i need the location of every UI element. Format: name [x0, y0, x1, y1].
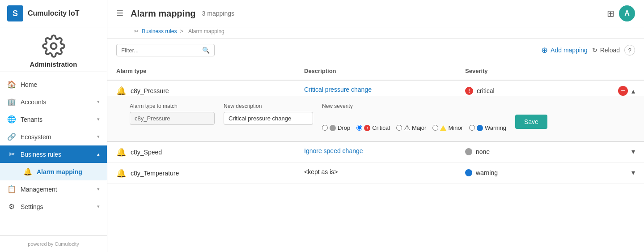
expand-button[interactable]: ▾	[631, 168, 635, 177]
table-row: 🔔 c8y_Temperature <kept as is> warning ▾	[107, 163, 644, 184]
breadcrumb-icon: ✂	[134, 28, 139, 34]
settings-icon: ⚙	[7, 202, 16, 211]
warning-dot	[477, 125, 483, 131]
severity-dot	[465, 169, 472, 176]
sidebar-item-business-rules[interactable]: ✂ Business rules ▴	[0, 145, 107, 163]
sidebar-item-label: Ecosystem	[21, 133, 93, 141]
sidebar-item-alarm-mapping[interactable]: 🔔 Alarm mapping	[0, 163, 107, 180]
mapping-count: 3 mappings	[202, 10, 234, 17]
alarm-type-value: c8y_Speed	[131, 149, 162, 156]
toolbar: 🔍 ⊕ Add mapping ↻ Reload ?	[107, 38, 644, 62]
avatar[interactable]: A	[619, 5, 635, 21]
save-button[interactable]: Save	[515, 115, 547, 129]
plus-icon: ⊕	[541, 45, 548, 55]
sidebar-item-home[interactable]: 🏠 Home	[0, 76, 107, 93]
admin-label: Administration	[30, 60, 77, 68]
description-link[interactable]: Ignore speed change	[304, 147, 363, 154]
alarm-type-match-label: Alarm type to match	[130, 103, 215, 109]
sidebar-item-label: Tenants	[21, 116, 93, 123]
alarm-type-cell: 🔔 c8y_Pressure	[107, 80, 295, 96]
management-icon: 📋	[7, 185, 16, 193]
new-severity-group: New severity Drop	[322, 103, 506, 132]
alarm-type-cell: 🔔 c8y_Temperature	[107, 163, 295, 184]
svg-point-0	[51, 43, 56, 49]
alarm-type-value: c8y_Temperature	[131, 170, 179, 177]
brand: S Cumulocity IoT	[0, 0, 107, 27]
expanded-form: Alarm type to match New description New …	[130, 103, 635, 132]
main-content: ☰ Alarm mapping 3 mappings ⊞ A ✂ Busines…	[107, 0, 644, 252]
content-area: 🔍 ⊕ Add mapping ↻ Reload ? Alarm type De…	[107, 38, 644, 252]
grid-icon[interactable]: ⊞	[607, 8, 614, 19]
col-description: Description	[295, 62, 456, 80]
sidebar-item-management[interactable]: 📋 Management ▾	[0, 180, 107, 198]
sidebar-item-label: Management	[21, 186, 93, 193]
expanded-section-row: Alarm type to match New description New …	[107, 96, 644, 142]
reload-button[interactable]: ↻ Reload	[592, 47, 620, 54]
severity-label: critical	[477, 87, 495, 94]
mapping-table: Alarm type Description Severity 🔔 c8y_Pr…	[107, 62, 644, 184]
alarm-mapping-icon: 🔔	[23, 167, 32, 176]
description-cell: Critical pressure change	[295, 80, 456, 96]
sidebar-item-settings[interactable]: ⚙ Settings ▾	[0, 198, 107, 215]
severity-option-drop[interactable]: Drop	[322, 124, 350, 131]
sidebar-item-tenants[interactable]: 🌐 Tenants ▾	[0, 111, 107, 128]
add-mapping-label: Add mapping	[551, 47, 588, 54]
search-icon: 🔍	[202, 47, 210, 54]
expand-button[interactable]: ▾	[631, 147, 635, 156]
sidebar-item-ecosystem[interactable]: 🔗 Ecosystem ▾	[0, 128, 107, 145]
col-alarm-type: Alarm type	[107, 62, 295, 80]
ecosystem-icon: 🔗	[7, 132, 16, 141]
alarm-bell-icon: 🔔	[116, 147, 126, 157]
sidebar-item-label: Accounts	[21, 98, 93, 106]
description-cell: <kept as is>	[295, 163, 456, 184]
reload-icon: ↻	[592, 47, 597, 54]
breadcrumb-current: Alarm mapping	[188, 28, 225, 34]
hamburger-icon[interactable]: ☰	[116, 9, 123, 18]
severity-cell: none ▾	[456, 142, 644, 163]
sidebar-item-label: Business rules	[21, 151, 93, 158]
critical-dot-icon: !	[364, 125, 370, 131]
alarm-bell-icon: 🔔	[116, 86, 126, 96]
collapse-button[interactable]: ▴	[631, 87, 635, 95]
alarm-type-match-input[interactable]	[130, 112, 215, 125]
new-description-group: New description	[224, 103, 313, 125]
description-link[interactable]: Critical pressure change	[304, 86, 372, 93]
brand-logo: S	[7, 5, 23, 21]
severity-radio-minor[interactable]	[432, 125, 438, 131]
expanded-section: Alarm type to match New description New …	[107, 96, 644, 141]
major-warning-icon: ⚠	[404, 124, 410, 132]
drop-dot	[330, 125, 336, 131]
new-description-input[interactable]	[224, 112, 313, 125]
chevron-down-icon: ▾	[97, 186, 100, 192]
col-severity: Severity	[456, 62, 644, 80]
severity-radio-critical[interactable]	[356, 125, 362, 131]
severity-option-warning[interactable]: Warning	[469, 124, 506, 131]
sidebar-nav: 🏠 Home 🏢 Accounts ▾ 🌐 Tenants ▾ 🔗 Ecosys…	[0, 72, 107, 235]
severity-option-minor[interactable]: Minor	[432, 124, 463, 131]
sidebar: S Cumulocity IoT Administration 🏠 Home 🏢…	[0, 0, 107, 252]
admin-section: Administration	[0, 27, 107, 72]
chevron-down-icon: ▾	[97, 99, 100, 105]
breadcrumb-parent[interactable]: Business rules	[142, 28, 177, 34]
topbar: ☰ Alarm mapping 3 mappings ⊞ A	[107, 0, 644, 27]
add-mapping-button[interactable]: ⊕ Add mapping	[541, 45, 588, 55]
severity-radio-drop[interactable]	[322, 125, 328, 131]
sidebar-footer: powered by Cumulocity	[0, 235, 107, 252]
chevron-down-icon: ▾	[97, 116, 100, 122]
remove-mapping-button[interactable]: −	[618, 86, 628, 96]
help-button[interactable]: ?	[624, 45, 635, 56]
severity-radio-warning[interactable]	[469, 125, 475, 131]
severity-option-major[interactable]: ⚠ Major	[396, 124, 427, 132]
severity-label: none	[476, 148, 490, 155]
alarm-bell-icon: 🔔	[116, 168, 126, 178]
description-cell: Ignore speed change	[295, 142, 456, 163]
severity-option-critical[interactable]: ! Critical	[356, 124, 390, 131]
new-severity-label: New severity	[322, 103, 506, 109]
severity-radio-major[interactable]	[396, 125, 402, 131]
business-rules-icon: ✂	[7, 150, 16, 158]
breadcrumb-separator: >	[180, 28, 185, 34]
sidebar-item-accounts[interactable]: 🏢 Accounts ▾	[0, 93, 107, 111]
sidebar-item-label: Alarm mapping	[37, 168, 100, 175]
severity-minor-label: Minor	[448, 124, 463, 131]
filter-input[interactable]	[121, 47, 199, 54]
